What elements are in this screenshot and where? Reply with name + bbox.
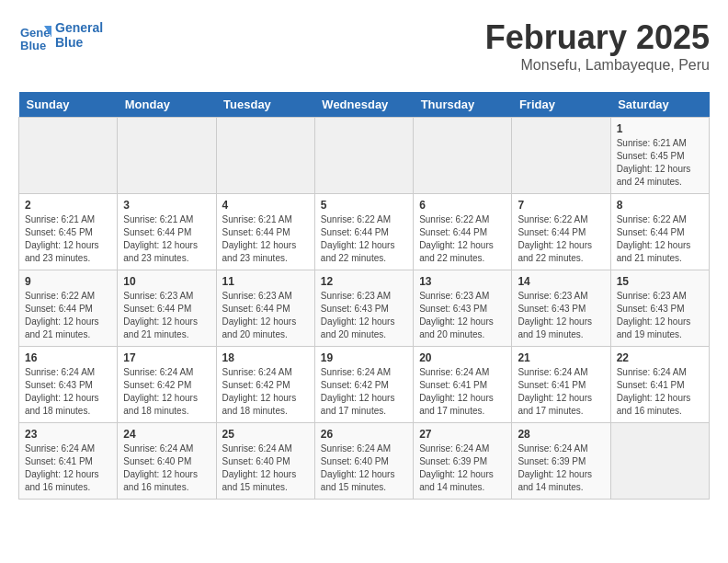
calendar-cell: 7Sunrise: 6:22 AM Sunset: 6:44 PM Daylig… <box>512 194 610 270</box>
calendar-week-1: 2Sunrise: 6:21 AM Sunset: 6:45 PM Daylig… <box>19 194 710 270</box>
calendar-cell <box>216 118 314 194</box>
calendar-cell: 20Sunrise: 6:24 AM Sunset: 6:41 PM Dayli… <box>414 347 512 423</box>
day-info: Sunrise: 6:23 AM Sunset: 6:43 PM Dayligh… <box>617 290 703 341</box>
day-number: 28 <box>518 428 604 441</box>
calendar-subtitle: Monsefu, Lambayeque, Peru <box>485 57 710 74</box>
day-number: 26 <box>321 428 407 441</box>
day-number: 22 <box>617 351 703 364</box>
day-number: 13 <box>419 275 506 288</box>
calendar-cell: 8Sunrise: 6:22 AM Sunset: 6:44 PM Daylig… <box>610 194 709 270</box>
calendar-cell: 26Sunrise: 6:24 AM Sunset: 6:40 PM Dayli… <box>314 423 413 500</box>
calendar-cell: 3Sunrise: 6:21 AM Sunset: 6:44 PM Daylig… <box>118 194 216 270</box>
weekday-header-thursday: Thursday <box>414 92 512 118</box>
calendar-week-3: 16Sunrise: 6:24 AM Sunset: 6:43 PM Dayli… <box>19 347 710 423</box>
day-info: Sunrise: 6:24 AM Sunset: 6:42 PM Dayligh… <box>321 366 407 418</box>
calendar-title: February 2025 <box>485 18 710 57</box>
day-info: Sunrise: 6:23 AM Sunset: 6:43 PM Dayligh… <box>419 290 506 341</box>
day-info: Sunrise: 6:22 AM Sunset: 6:44 PM Dayligh… <box>617 213 703 265</box>
calendar-week-4: 23Sunrise: 6:24 AM Sunset: 6:41 PM Dayli… <box>19 423 710 500</box>
day-number: 11 <box>222 275 309 288</box>
day-info: Sunrise: 6:24 AM Sunset: 6:41 PM Dayligh… <box>518 366 604 418</box>
calendar-cell: 28Sunrise: 6:24 AM Sunset: 6:39 PM Dayli… <box>512 423 610 500</box>
weekday-header-saturday: Saturday <box>610 92 709 118</box>
day-info: Sunrise: 6:23 AM Sunset: 6:44 PM Dayligh… <box>222 290 309 341</box>
day-number: 7 <box>518 199 604 212</box>
calendar-cell <box>414 118 512 194</box>
day-info: Sunrise: 6:23 AM Sunset: 6:43 PM Dayligh… <box>518 290 604 341</box>
day-number: 2 <box>25 199 111 212</box>
calendar-week-0: 1Sunrise: 6:21 AM Sunset: 6:45 PM Daylig… <box>19 118 710 194</box>
calendar-cell: 16Sunrise: 6:24 AM Sunset: 6:43 PM Dayli… <box>19 347 118 423</box>
calendar-cell: 23Sunrise: 6:24 AM Sunset: 6:41 PM Dayli… <box>19 423 118 500</box>
calendar-cell: 4Sunrise: 6:21 AM Sunset: 6:44 PM Daylig… <box>216 194 314 270</box>
weekday-header-sunday: Sunday <box>19 92 118 118</box>
day-number: 6 <box>419 199 506 212</box>
calendar-cell: 17Sunrise: 6:24 AM Sunset: 6:42 PM Dayli… <box>118 347 216 423</box>
day-info: Sunrise: 6:21 AM Sunset: 6:44 PM Dayligh… <box>222 213 309 265</box>
day-info: Sunrise: 6:24 AM Sunset: 6:41 PM Dayligh… <box>617 366 703 418</box>
day-number: 23 <box>25 428 111 441</box>
day-info: Sunrise: 6:24 AM Sunset: 6:41 PM Dayligh… <box>419 366 506 418</box>
calendar-cell: 14Sunrise: 6:23 AM Sunset: 6:43 PM Dayli… <box>512 270 610 347</box>
day-info: Sunrise: 6:21 AM Sunset: 6:45 PM Dayligh… <box>617 137 703 189</box>
day-number: 25 <box>222 428 309 441</box>
calendar-cell <box>118 118 216 194</box>
day-info: Sunrise: 6:24 AM Sunset: 6:39 PM Dayligh… <box>518 442 604 494</box>
calendar-cell: 27Sunrise: 6:24 AM Sunset: 6:39 PM Dayli… <box>414 423 512 500</box>
svg-text:Blue: Blue <box>20 39 46 52</box>
day-info: Sunrise: 6:24 AM Sunset: 6:42 PM Dayligh… <box>123 366 210 418</box>
day-info: Sunrise: 6:22 AM Sunset: 6:44 PM Dayligh… <box>518 213 604 265</box>
day-number: 9 <box>25 275 111 288</box>
day-info: Sunrise: 6:21 AM Sunset: 6:45 PM Dayligh… <box>25 213 111 265</box>
day-number: 27 <box>419 428 506 441</box>
logo-line1: General <box>55 20 103 35</box>
day-number: 4 <box>222 199 309 212</box>
calendar-cell <box>314 118 413 194</box>
day-number: 17 <box>123 351 210 364</box>
calendar-cell: 24Sunrise: 6:24 AM Sunset: 6:40 PM Dayli… <box>118 423 216 500</box>
logo-line2: Blue <box>55 35 103 50</box>
weekday-header-friday: Friday <box>512 92 610 118</box>
day-info: Sunrise: 6:23 AM Sunset: 6:43 PM Dayligh… <box>321 290 407 341</box>
day-number: 14 <box>518 275 604 288</box>
day-number: 15 <box>617 275 703 288</box>
calendar-cell: 6Sunrise: 6:22 AM Sunset: 6:44 PM Daylig… <box>414 194 512 270</box>
calendar-cell: 15Sunrise: 6:23 AM Sunset: 6:43 PM Dayli… <box>610 270 709 347</box>
calendar-cell: 2Sunrise: 6:21 AM Sunset: 6:45 PM Daylig… <box>19 194 118 270</box>
weekday-header-monday: Monday <box>118 92 216 118</box>
calendar-cell: 12Sunrise: 6:23 AM Sunset: 6:43 PM Dayli… <box>314 270 413 347</box>
day-number: 18 <box>222 351 309 364</box>
weekday-header-tuesday: Tuesday <box>216 92 314 118</box>
day-number: 3 <box>123 199 210 212</box>
day-info: Sunrise: 6:24 AM Sunset: 6:40 PM Dayligh… <box>321 442 407 494</box>
logo-icon: General Blue <box>18 18 51 52</box>
calendar-cell: 5Sunrise: 6:22 AM Sunset: 6:44 PM Daylig… <box>314 194 413 270</box>
calendar-cell: 19Sunrise: 6:24 AM Sunset: 6:42 PM Dayli… <box>314 347 413 423</box>
calendar-cell: 21Sunrise: 6:24 AM Sunset: 6:41 PM Dayli… <box>512 347 610 423</box>
day-info: Sunrise: 6:24 AM Sunset: 6:42 PM Dayligh… <box>222 366 309 418</box>
calendar-cell: 1Sunrise: 6:21 AM Sunset: 6:45 PM Daylig… <box>610 118 709 194</box>
day-number: 1 <box>617 122 703 135</box>
calendar-cell: 25Sunrise: 6:24 AM Sunset: 6:40 PM Dayli… <box>216 423 314 500</box>
day-info: Sunrise: 6:24 AM Sunset: 6:39 PM Dayligh… <box>419 442 506 494</box>
day-number: 24 <box>123 428 210 441</box>
day-info: Sunrise: 6:22 AM Sunset: 6:44 PM Dayligh… <box>25 290 111 341</box>
calendar-week-2: 9Sunrise: 6:22 AM Sunset: 6:44 PM Daylig… <box>19 270 710 347</box>
day-info: Sunrise: 6:23 AM Sunset: 6:44 PM Dayligh… <box>123 290 210 341</box>
calendar-cell: 10Sunrise: 6:23 AM Sunset: 6:44 PM Dayli… <box>118 270 216 347</box>
day-info: Sunrise: 6:22 AM Sunset: 6:44 PM Dayligh… <box>419 213 506 265</box>
calendar-cell: 18Sunrise: 6:24 AM Sunset: 6:42 PM Dayli… <box>216 347 314 423</box>
day-number: 10 <box>123 275 210 288</box>
day-info: Sunrise: 6:24 AM Sunset: 6:43 PM Dayligh… <box>25 366 111 418</box>
calendar-cell <box>19 118 118 194</box>
day-number: 5 <box>321 199 407 212</box>
logo: General Blue General Blue <box>18 18 103 52</box>
calendar-table: SundayMondayTuesdayWednesdayThursdayFrid… <box>18 92 710 500</box>
title-section: February 2025 Monsefu, Lambayeque, Peru <box>485 18 710 74</box>
calendar-cell: 9Sunrise: 6:22 AM Sunset: 6:44 PM Daylig… <box>19 270 118 347</box>
day-number: 8 <box>617 199 703 212</box>
day-info: Sunrise: 6:24 AM Sunset: 6:40 PM Dayligh… <box>123 442 210 494</box>
day-info: Sunrise: 6:24 AM Sunset: 6:40 PM Dayligh… <box>222 442 309 494</box>
day-number: 19 <box>321 351 407 364</box>
calendar-cell: 22Sunrise: 6:24 AM Sunset: 6:41 PM Dayli… <box>610 347 709 423</box>
